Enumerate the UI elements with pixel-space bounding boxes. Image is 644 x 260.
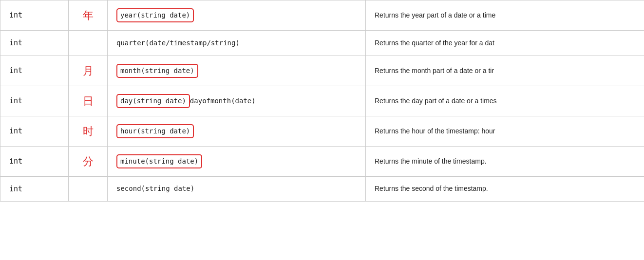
description-cell: Returns the minute of the timestamp.: [366, 146, 644, 176]
type-cell: int: [0, 176, 69, 202]
function-boxed: hour(string date): [116, 124, 194, 138]
function-cell: quarter(date/timestamp/string): [108, 31, 366, 56]
description-cell: Returns the month part of a date or a ti…: [366, 56, 644, 86]
type-cell: int: [0, 56, 69, 86]
table-row: intquarter(date/timestamp/string)Returns…: [0, 31, 644, 56]
char-cell: [69, 176, 108, 202]
char-cell: 时: [69, 116, 108, 146]
char-cell: 月: [69, 56, 108, 86]
type-cell: int: [0, 146, 69, 176]
function-cell: hour(string date): [108, 116, 366, 146]
function-boxed: minute(string date): [116, 154, 202, 168]
description-cell: Returns the quarter of the year for a da…: [366, 31, 644, 56]
char-cell: 分: [69, 146, 108, 176]
description-cell: Returns the hour of the timestamp: hour: [366, 116, 644, 146]
table-row: int分minute(string date)Returns the minut…: [0, 146, 644, 176]
description-cell: Returns the day part of a date or a time…: [366, 86, 644, 116]
description-cell: Returns the year part of a date or a tim…: [366, 0, 644, 31]
type-cell: int: [0, 0, 69, 31]
type-cell: int: [0, 31, 69, 56]
table-row: int年year(string date)Returns the year pa…: [0, 0, 644, 31]
function-plain: quarter(date/timestamp/string): [116, 39, 240, 47]
char-cell: 日: [69, 86, 108, 116]
table-row: intsecond(string date)Returns the second…: [0, 176, 644, 202]
function-cell: minute(string date): [108, 146, 366, 176]
function-extra: dayofmonth(date): [190, 96, 256, 106]
main-table-wrapper: int年year(string date)Returns the year pa…: [0, 0, 644, 202]
char-cell: [69, 31, 108, 56]
function-plain: second(string date): [116, 185, 194, 192]
function-boxed: year(string date): [116, 8, 194, 22]
function-cell: month(string date): [108, 56, 366, 86]
table-row: int月month(string date)Returns the month …: [0, 56, 644, 86]
function-boxed: month(string date): [116, 64, 198, 78]
table-row: int日day(string date)dayofmonth(date)Retu…: [0, 86, 644, 116]
function-cell: year(string date): [108, 0, 366, 31]
function-cell: second(string date): [108, 176, 366, 202]
description-cell: Returns the second of the timestamp.: [366, 176, 644, 202]
function-boxed: day(string date): [116, 94, 190, 108]
table-row: int时hour(string date)Returns the hour of…: [0, 116, 644, 146]
char-cell: 年: [69, 0, 108, 31]
type-cell: int: [0, 116, 69, 146]
function-cell: day(string date)dayofmonth(date): [108, 86, 366, 116]
type-cell: int: [0, 86, 69, 116]
functions-table: int年year(string date)Returns the year pa…: [0, 0, 644, 202]
